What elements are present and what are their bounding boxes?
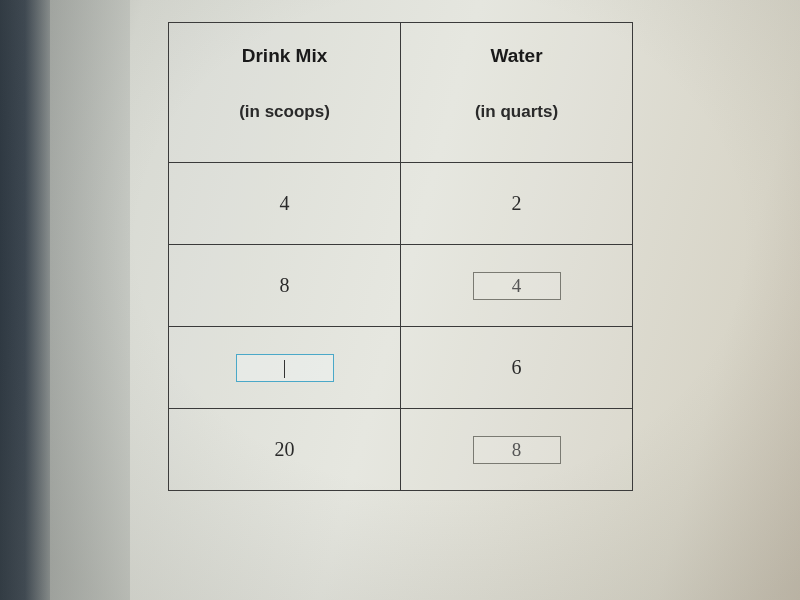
cell-water: 8 xyxy=(401,409,633,491)
cell-water: 2 xyxy=(401,163,633,245)
header-subtitle: (in scoops) xyxy=(239,102,330,121)
header-subtitle: (in quarts) xyxy=(475,102,558,121)
header-title: Drink Mix xyxy=(169,45,400,67)
answer-input[interactable]: 8 xyxy=(473,436,561,464)
text-cursor xyxy=(284,360,285,378)
photo-dark-edge xyxy=(0,0,50,600)
cell-mix: 20 xyxy=(169,409,401,491)
table-row: 20 8 xyxy=(169,409,633,491)
answer-input-active[interactable] xyxy=(236,354,334,382)
cell-mix xyxy=(169,327,401,409)
photo-page-curl xyxy=(50,0,130,600)
cell-mix: 8 xyxy=(169,245,401,327)
cell-water: 6 xyxy=(401,327,633,409)
table-row: 8 4 xyxy=(169,245,633,327)
cell-mix: 4 xyxy=(169,163,401,245)
table-header-row: Drink Mix (in scoops) Water (in quarts) xyxy=(169,23,633,163)
cell-water: 4 xyxy=(401,245,633,327)
table-row: 4 2 xyxy=(169,163,633,245)
ratio-table: Drink Mix (in scoops) Water (in quarts) … xyxy=(168,22,633,491)
header-drink-mix: Drink Mix (in scoops) xyxy=(169,23,401,163)
table-row: 6 xyxy=(169,327,633,409)
header-water: Water (in quarts) xyxy=(401,23,633,163)
answer-input[interactable]: 4 xyxy=(473,272,561,300)
header-title: Water xyxy=(401,45,632,67)
